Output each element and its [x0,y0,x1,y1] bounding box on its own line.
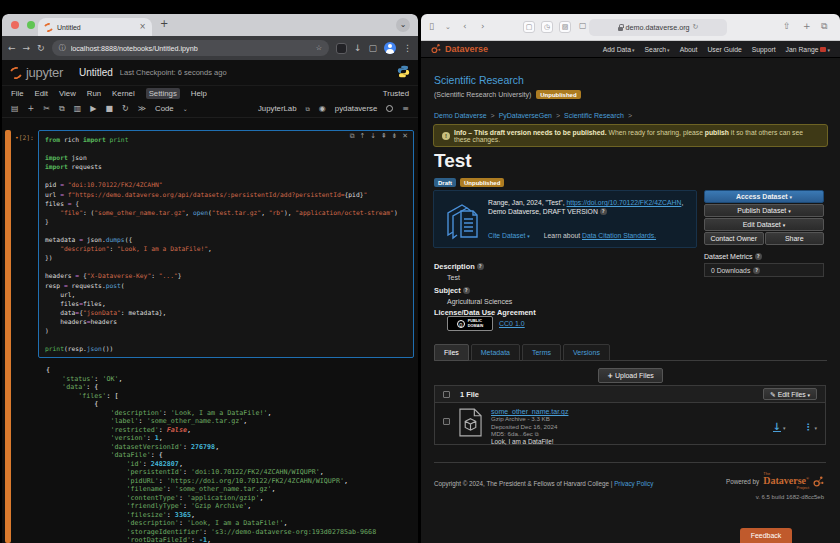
site-info-icon[interactable]: ⓘ [59,45,66,52]
move-cell-up-icon[interactable]: ↑ [359,133,365,140]
menu-file[interactable]: File [11,89,24,98]
notebook-menu-icon[interactable]: ≡ [402,105,409,113]
feedback-button[interactable]: Feedback [740,528,792,543]
cell-type-chevron-icon[interactable]: ⌄ [183,106,188,112]
code-cell[interactable]: ⧉ ↑ ↓ ⇞ ⇟ ✕ from rich import print impor… [38,130,414,358]
reload-icon[interactable]: ↻ [37,44,45,53]
forward-icon[interactable]: → [23,44,31,53]
jupyterlab-link[interactable]: JupyterLab [258,104,297,113]
publish-dataset-button[interactable]: Publish Dataset ▾ [704,204,824,217]
window-zoom-button[interactable] [27,21,35,29]
description-help-icon[interactable]: ? [477,263,484,270]
menu-kernel[interactable]: Kernel [112,89,135,98]
profile-avatar[interactable] [384,42,396,54]
duplicate-cell-icon[interactable]: ⧉ [350,133,355,140]
privacy-shield-icon[interactable]: ▢ [579,22,587,30]
nav-user-guide[interactable]: User Guide [707,46,741,53]
metrics-help-icon[interactable]: ? [755,253,762,260]
download-file-button[interactable]: ↓▾ [773,416,786,434]
collection-title-link[interactable]: Scientific Research [434,74,524,86]
nav-add-data[interactable]: Add Data▾ [603,46,635,53]
external-link-icon[interactable]: ⧉ [306,106,310,112]
downloads-help-icon[interactable]: ? [753,267,760,274]
share-button[interactable]: Share [765,232,825,245]
tab-versions[interactable]: Versions [563,344,610,361]
nav-support[interactable]: Support [752,46,776,53]
insert-cell-below-icon[interactable]: ⇟ [392,133,398,140]
share-icon[interactable]: ⇧ [783,22,791,31]
restart-kernel-icon[interactable]: ↻ [122,105,129,113]
downloads-icon[interactable]: ↓ [354,44,362,53]
file-row[interactable]: some_other_name.tar.gz Gzip Archive - 3.… [435,403,825,444]
run-icon[interactable]: ▶ [90,105,96,113]
back-icon[interactable]: ‹ [463,22,467,31]
menu-edit[interactable]: Edit [35,89,48,98]
file-name-link[interactable]: some_other_name.tar.gz [491,408,568,415]
new-tab-button[interactable]: + [160,19,168,29]
menu-run[interactable]: Run [87,89,101,98]
dataverse-project-logo[interactable]: The Dataverse® Project [763,472,809,490]
subject-help-icon[interactable]: ? [463,287,470,294]
file-checkbox[interactable] [443,418,450,425]
citation-standards-link[interactable]: Data Citation Standards. [582,232,656,239]
breadcrumb-root[interactable]: Demo Dataverse [434,112,487,119]
add-cell-icon[interactable]: + [28,105,35,113]
stop-icon[interactable]: ■ [105,105,113,113]
window-close-button[interactable] [11,21,19,29]
tab-metadata[interactable]: Metadata [471,344,520,361]
breadcrumb-collection[interactable]: PyDataverseGen [499,112,552,119]
sidebar-icon[interactable]: ▯ [429,22,434,31]
extension-icon-clock[interactable]: ◷ [541,21,553,33]
select-all-checkbox[interactable] [443,391,450,398]
copy-icon[interactable]: ⧉ [59,105,65,113]
nav-about[interactable]: About [680,46,698,53]
extension-icon[interactable] [336,43,347,54]
edit-dataset-button[interactable]: Edit Dataset ▾ [704,218,824,231]
bookmark-star-icon[interactable]: ☆ [316,45,322,52]
reader-reload-icon[interactable]: ↻ [693,24,699,31]
citation-help-icon[interactable]: ? [600,208,607,215]
copy-md5-icon[interactable]: ⧉ [535,432,539,438]
menu-help[interactable]: Help [191,89,207,98]
tab-overview-icon[interactable]: ⧉ [821,22,827,31]
new-tab-icon[interactable]: + [803,22,811,31]
breadcrumb-subcollection[interactable]: Scientific Research [564,112,624,119]
back-icon[interactable]: ← [8,44,16,53]
cut-icon[interactable]: ✂ [43,105,50,113]
sidebar-chevron-icon[interactable]: ⌄ [445,24,451,31]
address-bar[interactable]: ⓘ localhost:8888/notebooks/Untitled.ipyn… [52,40,329,56]
tab-close-icon[interactable]: × [139,23,146,31]
dataverse-brand[interactable]: Dataverse [445,44,488,54]
cc0-link[interactable]: CC0 1.0 [499,320,525,327]
cc0-badge-icon[interactable]: 0 PUBLICDOMAIN [447,316,493,331]
paste-icon[interactable]: ▥ [74,105,82,113]
kernel-name[interactable]: pydataverse [335,104,377,113]
privacy-policy-link[interactable]: Privacy Policy [614,480,653,487]
extension-icon-photos[interactable]: ▨ [559,21,571,33]
move-cell-down-icon[interactable]: ↓ [370,133,376,140]
tab-groups-icon[interactable]: ▢ [368,44,377,53]
menu-settings[interactable]: Settings [146,88,180,99]
forward-icon[interactable]: › [481,22,485,31]
nav-search[interactable]: Search▾ [645,46,670,53]
debugger-icon[interactable]: ◉ [319,105,326,113]
doi-link[interactable]: https://doi.org/10.70122/FK2/4ZCAHN [567,199,682,206]
browser-tab[interactable]: Untitled × [38,18,152,36]
nav-user-menu[interactable]: Jan Range▾ [786,46,830,53]
tab-files[interactable]: Files [434,344,469,361]
cell-type-select[interactable]: Code [155,104,174,113]
access-dataset-button[interactable]: Access Dataset ▾ [704,190,824,203]
notebook-title[interactable]: Untitled [79,67,113,78]
tab-terms[interactable]: Terms [522,344,561,361]
contact-owner-button[interactable]: Contact Owner [704,232,764,245]
file-options-button[interactable]: ⋮▾ [803,416,817,434]
address-bar[interactable]: demo.dataverse.org ↻ [589,19,727,36]
cite-dataset-button[interactable]: Cite Dataset ▾ [488,232,530,239]
insert-cell-above-icon[interactable]: ⇞ [381,133,387,140]
tab-list-chevron-icon[interactable]: ⌄ [396,18,410,32]
save-icon[interactable]: ▤ [11,105,19,113]
edit-files-button[interactable]: ✎ Edit Files ▾ [763,388,817,400]
code-editor[interactable]: from rich import print import jsonimport… [45,135,407,353]
upload-files-button[interactable]: + Upload Files [598,368,663,383]
menu-view[interactable]: View [59,89,76,98]
